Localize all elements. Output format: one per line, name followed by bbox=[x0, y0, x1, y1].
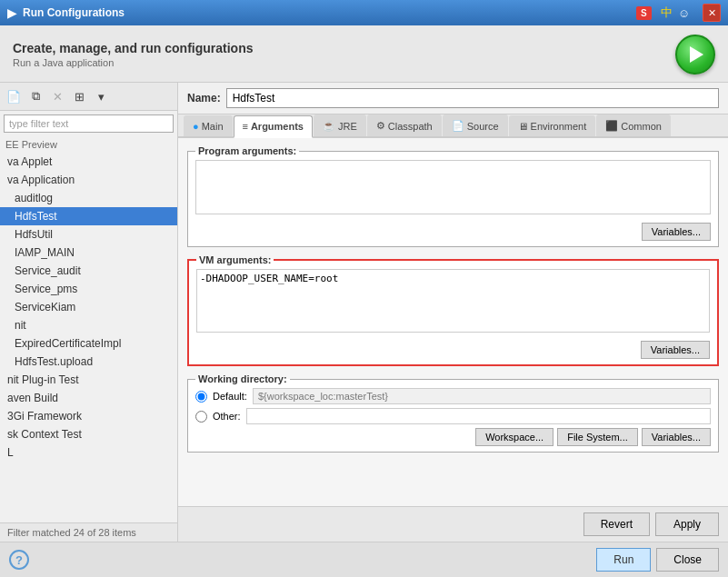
environment-tab-label: Environment bbox=[531, 121, 587, 132]
default-radio[interactable] bbox=[195, 391, 207, 403]
dir-buttons: Workspace... File System... Variables... bbox=[195, 428, 711, 446]
footer-close-button[interactable]: Close bbox=[656, 548, 719, 572]
tab-arguments[interactable]: ≡ Arguments bbox=[234, 115, 313, 138]
name-input[interactable] bbox=[226, 88, 719, 108]
filter-button[interactable]: ⊞ bbox=[69, 86, 89, 106]
delete-config-button[interactable]: ✕ bbox=[47, 86, 67, 106]
source-tab-label: Source bbox=[467, 121, 499, 132]
apply-button[interactable]: Apply bbox=[655, 512, 719, 536]
name-bar: Name: bbox=[178, 83, 728, 114]
other-radio-label[interactable]: Other: bbox=[213, 411, 241, 422]
close-button[interactable]: ✕ bbox=[703, 4, 721, 22]
list-item[interactable]: nit Plug-in Test bbox=[0, 371, 177, 389]
list-item[interactable]: auditlog bbox=[0, 189, 177, 207]
vm-args-section: VM arguments: -DHADOOP_USER_NAME=root Va… bbox=[187, 254, 719, 366]
arguments-tab-icon: ≡ bbox=[243, 121, 248, 132]
tab-main[interactable]: ● Main bbox=[184, 115, 233, 136]
tab-environment[interactable]: 🖥 Environment bbox=[509, 115, 596, 136]
common-tab-label: Common bbox=[621, 121, 662, 132]
default-dir-input bbox=[253, 388, 711, 404]
tab-classpath[interactable]: ⚙ Classpath bbox=[367, 114, 442, 136]
source-tab-icon: 📄 bbox=[452, 120, 464, 132]
tabs-bar: ● Main ≡ Arguments ☕ JRE ⚙ Classpath 📄 bbox=[178, 114, 728, 138]
jre-tab-icon: ☕ bbox=[323, 120, 335, 132]
tab-source[interactable]: 📄 Source bbox=[443, 114, 508, 136]
footer-right: Run Close bbox=[596, 548, 719, 572]
list-item[interactable]: ServiceKiam bbox=[0, 298, 177, 316]
jre-tab-label: JRE bbox=[338, 121, 357, 132]
new-config-button[interactable]: 📄 bbox=[4, 86, 24, 106]
dir-variables-button[interactable]: Variables... bbox=[642, 428, 711, 446]
program-args-legend: Program arguments: bbox=[195, 145, 299, 156]
list-item-hdfstest[interactable]: HdfsTest bbox=[0, 207, 177, 225]
list-item[interactable]: va Application bbox=[0, 171, 177, 189]
zhong-icon: 中 bbox=[661, 5, 673, 21]
collapse-button[interactable]: ▾ bbox=[91, 86, 111, 106]
title-bar-text: Run Configurations bbox=[23, 6, 631, 19]
app-icon: ▶ bbox=[7, 5, 17, 20]
list-item[interactable]: aven Build bbox=[0, 389, 177, 407]
run-circle-button[interactable] bbox=[675, 35, 715, 75]
dialog-body: Create, manage, and run configurations R… bbox=[0, 25, 728, 577]
right-panel: Name: ● Main ≡ Arguments ☕ JRE ⚙ bbox=[178, 83, 728, 542]
list-item[interactable]: EE Preview bbox=[0, 136, 177, 153]
default-radio-label[interactable]: Default: bbox=[213, 391, 247, 402]
vm-args-variables-button[interactable]: Variables... bbox=[641, 341, 710, 359]
title-bar: ▶ Run Configurations S 中 ☺ ✕ bbox=[0, 0, 728, 25]
list-item[interactable]: L bbox=[0, 443, 177, 462]
bottom-bar: Revert Apply bbox=[178, 506, 728, 542]
program-args-section: Program arguments: Variables... bbox=[187, 145, 719, 247]
common-tab-icon: ⬛ bbox=[605, 120, 618, 132]
list-item[interactable]: sk Context Test bbox=[0, 425, 177, 443]
program-args-variables-button[interactable]: Variables... bbox=[642, 223, 711, 241]
filter-input[interactable] bbox=[4, 114, 174, 133]
list-item[interactable]: IAMP_MAIN bbox=[0, 244, 177, 262]
program-args-input[interactable] bbox=[195, 160, 711, 214]
duplicate-config-button[interactable]: ⧉ bbox=[25, 86, 45, 106]
default-radio-row: Default: bbox=[195, 388, 711, 404]
working-dir-legend: Working directory: bbox=[195, 373, 290, 384]
footer-bar: ? Run Close bbox=[0, 542, 728, 577]
classpath-tab-icon: ⚙ bbox=[376, 120, 385, 132]
arguments-tab-content: Program arguments: Variables... VM argum… bbox=[178, 138, 728, 506]
sogou-icons: S bbox=[636, 6, 652, 20]
help-button[interactable]: ? bbox=[9, 550, 29, 570]
main-tab-label: Main bbox=[202, 121, 224, 132]
header-subtitle: Run a Java application bbox=[13, 57, 254, 68]
vm-args-input[interactable]: -DHADOOP_USER_NAME=root bbox=[196, 269, 710, 333]
arguments-tab-label: Arguments bbox=[251, 121, 304, 132]
other-radio-row: Other: bbox=[195, 408, 711, 424]
file-system-button[interactable]: File System... bbox=[557, 428, 638, 446]
left-panel: 📄 ⧉ ✕ ⊞ ▾ EE Preview va Applet va Applic… bbox=[0, 83, 178, 542]
other-radio[interactable] bbox=[195, 411, 207, 423]
working-dir-section: Working directory: Default: Other: Works… bbox=[187, 373, 719, 453]
tab-jre[interactable]: ☕ JRE bbox=[314, 114, 366, 136]
run-button[interactable]: Run bbox=[596, 548, 651, 572]
list-item[interactable]: HdfsTest.upload bbox=[0, 353, 177, 371]
run-triangle-icon bbox=[690, 46, 703, 63]
list-item[interactable]: Service_audit bbox=[0, 262, 177, 280]
revert-button[interactable]: Revert bbox=[583, 512, 650, 536]
filter-status: Filter matched 24 of 28 items bbox=[0, 522, 177, 542]
list-item[interactable]: HdfsUtil bbox=[0, 225, 177, 244]
list-item[interactable]: Service_pms bbox=[0, 280, 177, 298]
header-title: Create, manage, and run configurations bbox=[13, 41, 254, 55]
list-item[interactable]: ExpiredCertificateImpl bbox=[0, 334, 177, 353]
list-item[interactable]: nit bbox=[0, 316, 177, 334]
vm-args-legend: VM arguments: bbox=[196, 254, 274, 265]
main-content: 📄 ⧉ ✕ ⊞ ▾ EE Preview va Applet va Applic… bbox=[0, 83, 728, 542]
other-dir-input[interactable] bbox=[246, 408, 711, 424]
header-area: Create, manage, and run configurations R… bbox=[0, 25, 728, 83]
list-item[interactable]: va Applet bbox=[0, 153, 177, 171]
smile-icon: ☺ bbox=[678, 6, 690, 20]
tree-list: EE Preview va Applet va Application audi… bbox=[0, 136, 177, 522]
main-tab-icon: ● bbox=[193, 121, 199, 132]
name-label: Name: bbox=[187, 92, 221, 104]
tab-common[interactable]: ⬛ Common bbox=[596, 114, 671, 136]
list-item[interactable]: 3Gi Framework bbox=[0, 407, 177, 425]
classpath-tab-label: Classpath bbox=[388, 121, 433, 132]
left-toolbar: 📄 ⧉ ✕ ⊞ ▾ bbox=[0, 83, 177, 111]
workspace-button[interactable]: Workspace... bbox=[475, 428, 553, 446]
environment-tab-icon: 🖥 bbox=[518, 121, 528, 132]
